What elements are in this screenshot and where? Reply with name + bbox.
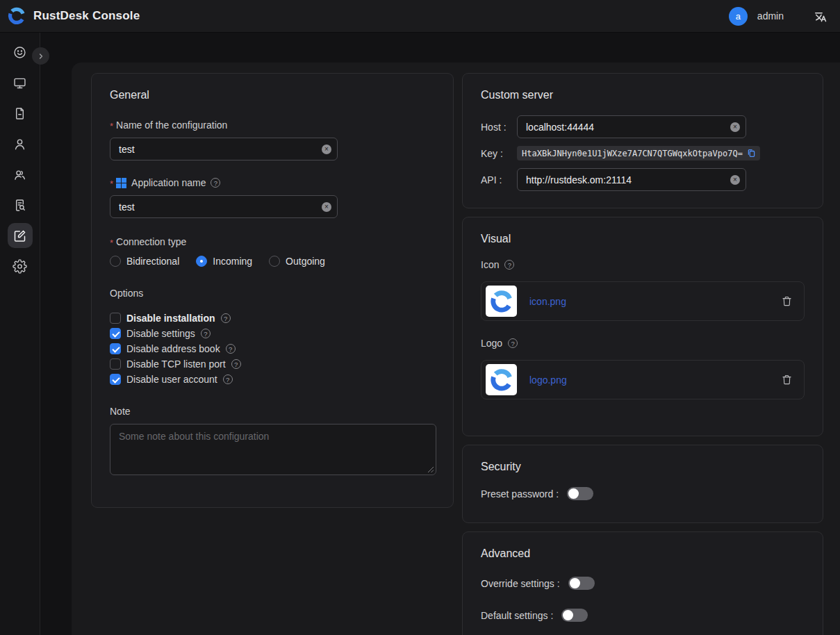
api-field: ×: [517, 168, 746, 191]
visual-card: Visual Icon ico: [462, 217, 823, 436]
content-panel: General Name of the configuration ×: [72, 63, 840, 635]
sidebar-item-settings[interactable]: [8, 254, 33, 279]
server-key-chip: HtaXBkJNHyn0e1U1jWXze7A7CN7QTGWqxkOtpaVp…: [517, 146, 760, 160]
checkbox[interactable]: [110, 358, 121, 370]
option-disable-tcp-listen-port[interactable]: Disable TCP listen port: [110, 358, 435, 370]
main-area: General Name of the configuration ×: [40, 33, 840, 635]
advanced-title: Advanced: [481, 547, 805, 560]
radio-incoming[interactable]: Incoming: [196, 256, 252, 267]
help-icon[interactable]: [504, 260, 514, 270]
radio-outgoing[interactable]: Outgoing: [269, 256, 325, 267]
help-icon[interactable]: [223, 374, 233, 384]
windows-icon: [116, 178, 126, 188]
host-row: Host : ×: [481, 115, 805, 138]
checkbox[interactable]: [110, 374, 121, 385]
delete-logo-button[interactable]: [781, 374, 793, 386]
note-field: [110, 424, 436, 478]
help-icon[interactable]: [221, 313, 231, 323]
radio-button[interactable]: [269, 256, 280, 267]
icon-filename-link[interactable]: icon.png: [529, 296, 566, 307]
visual-title: Visual: [481, 233, 805, 245]
logo-filename-link[interactable]: logo.png: [529, 374, 567, 386]
rustdesk-logo-icon: [489, 368, 514, 393]
help-icon[interactable]: [201, 329, 211, 338]
default-settings-label: Default settings :: [481, 610, 553, 621]
sidebar-item-groups[interactable]: [8, 162, 33, 187]
host-input[interactable]: [517, 115, 746, 138]
connection-type-label: Connection type: [110, 236, 435, 247]
radio-button[interactable]: [110, 256, 121, 267]
api-input[interactable]: [517, 168, 746, 191]
brand: RustDesk Console: [7, 6, 140, 26]
note-textarea[interactable]: [110, 424, 436, 475]
option-disable-address-book[interactable]: Disable address book: [110, 343, 435, 354]
radio-bidirectional[interactable]: Bidirectional: [110, 256, 179, 267]
sidebar-item-devices[interactable]: [8, 70, 33, 95]
rustdesk-logo-icon: [489, 289, 514, 314]
connection-type-options: Bidirectional Incoming Outgoing: [110, 256, 435, 267]
advanced-card: Advanced Override settings : Default set…: [462, 531, 823, 635]
help-icon[interactable]: [211, 178, 220, 188]
checkbox[interactable]: [110, 343, 121, 354]
server-key-value: HtaXBkJNHyn0e1U1jWXze7A7CN7QTGWqxkOtpaVp…: [522, 149, 743, 158]
sidebar-item-dashboard[interactable]: [8, 40, 33, 65]
translate-icon[interactable]: [813, 9, 827, 24]
key-label: Key :: [481, 148, 517, 159]
sidebar-item-logs[interactable]: [8, 101, 33, 126]
trash-icon: [781, 374, 793, 386]
edit-icon: [13, 229, 27, 243]
rustdesk-logo-icon: [7, 6, 26, 26]
config-name-field: ×: [110, 138, 338, 160]
delete-icon-button[interactable]: [781, 295, 793, 307]
security-title: Security: [481, 461, 805, 473]
help-icon[interactable]: [226, 344, 236, 354]
sidebar-item-users[interactable]: [8, 131, 33, 156]
security-card: Security Preset password :: [462, 445, 823, 523]
checkbox[interactable]: [110, 328, 121, 339]
override-settings-toggle[interactable]: [568, 577, 595, 590]
api-label: API :: [481, 174, 517, 185]
help-icon[interactable]: [508, 338, 518, 348]
icon-preview: [486, 286, 517, 317]
options-list: Disable installation Disable settings Di: [110, 313, 435, 385]
user-avatar[interactable]: a: [729, 7, 748, 26]
option-disable-installation[interactable]: Disable installation: [110, 313, 435, 324]
custom-server-title: Custom server: [481, 89, 805, 101]
sidebar-item-strategies[interactable]: [8, 192, 33, 217]
document-search-icon: [13, 198, 27, 213]
user-name[interactable]: admin: [757, 10, 784, 22]
clear-icon[interactable]: ×: [730, 175, 740, 185]
option-disable-user-account[interactable]: Disable user account: [110, 374, 435, 385]
top-bar: RustDesk Console a admin: [0, 0, 840, 33]
help-icon[interactable]: [231, 359, 241, 369]
radio-button[interactable]: [196, 256, 207, 267]
clear-icon[interactable]: ×: [730, 122, 740, 132]
logo-preview: [486, 364, 517, 395]
app-name-input[interactable]: [110, 195, 338, 218]
clear-icon[interactable]: ×: [322, 202, 331, 212]
gear-icon: [13, 259, 27, 274]
app-name-field: ×: [110, 195, 338, 218]
app-title: RustDesk Console: [33, 9, 140, 23]
host-label: Host :: [481, 122, 517, 133]
monitor-icon: [13, 76, 27, 90]
preset-password-toggle[interactable]: [567, 487, 593, 500]
default-settings-toggle[interactable]: [561, 609, 588, 622]
icon-label: Icon: [481, 259, 805, 270]
sidebar-collapse-button[interactable]: [32, 47, 49, 65]
logo-label: Logo: [481, 338, 805, 349]
preset-password-row: Preset password :: [481, 487, 805, 500]
checkbox[interactable]: [110, 313, 121, 324]
default-settings-row: Default settings :: [481, 609, 805, 622]
logo-upload-row: logo.png: [481, 360, 805, 399]
clear-icon[interactable]: ×: [322, 145, 331, 154]
config-name-input[interactable]: [110, 138, 338, 160]
option-disable-settings[interactable]: Disable settings: [110, 328, 435, 339]
sidebar-item-custom-clients[interactable]: [8, 223, 33, 248]
general-title: General: [110, 89, 435, 101]
custom-server-card: Custom server Host : × Key :: [462, 73, 823, 208]
api-row: API : ×: [481, 168, 805, 191]
copy-icon[interactable]: [746, 148, 757, 158]
key-row: Key : HtaXBkJNHyn0e1U1jWXze7A7CN7QTGWqxk…: [481, 146, 805, 160]
chevron-right-icon: [36, 51, 46, 61]
